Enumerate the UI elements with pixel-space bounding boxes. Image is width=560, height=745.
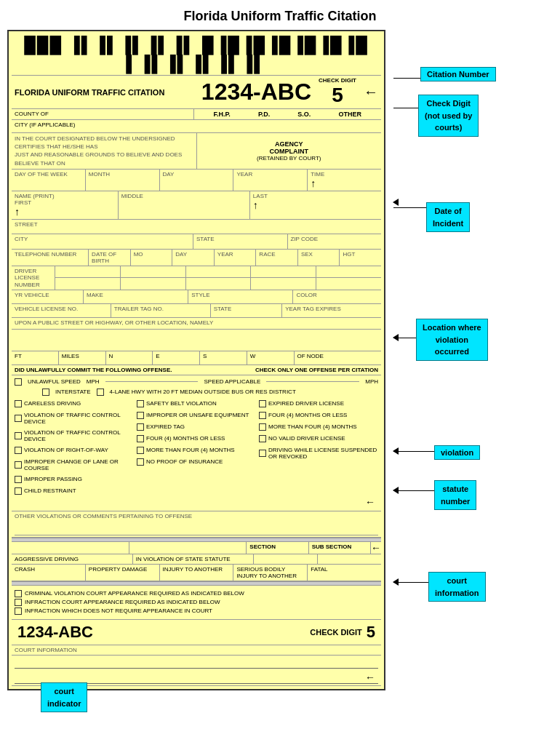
bottom-check-value: 5 [367, 623, 375, 642]
license-sub-row-1 [55, 266, 381, 278]
criminal-violation-checkbox[interactable] [15, 590, 22, 597]
careless-driving-checkbox[interactable] [15, 400, 22, 407]
no-valid-license-checkbox[interactable] [259, 435, 266, 442]
violation-traffic-1-checkbox[interactable] [15, 415, 22, 422]
agency-label: AGENCY [275, 140, 303, 148]
more-four-license-label: MORE THAN FOUR (4) MONTHS [268, 423, 357, 430]
in-violation-cell: IN VIOLATION OF STATE STATUTE [133, 554, 255, 564]
miles-cell: MILES [59, 351, 106, 364]
unsafe-equipment-checkbox[interactable] [137, 412, 144, 419]
ft-miles-row: FT MILES N E S W OF NODE [12, 351, 381, 365]
month-cell: MONTH [86, 170, 160, 191]
time-cell: TIME ↑ [308, 170, 381, 191]
callout-line-date [393, 207, 426, 208]
callout-court-indicator: courtindicator [41, 682, 87, 712]
violations-col-2: SAFETY BELT VIOLATION IMPROPER OR UNSAFE… [137, 399, 256, 496]
infraction-appearance-label: INFRACTION COURT APPEARANCE REQUIRED AS … [25, 599, 220, 605]
interstate-row: INTERSTATE 4-LANE HWY WITH 20 FT MEDIAN … [15, 389, 378, 396]
barcode: ███ ▐▌▐▌▐▌▐▌▐▌ █▐█▐█▐█▐█▐█▐█ ▌▐▌▐▌▐▌▐▌▐▌ [12, 34, 381, 76]
callout-location: Location whereviolationoccurred [416, 319, 488, 361]
violation-traffic-1-item: VIOLATION OF TRAFFIC CONTROL DEVICE [15, 412, 134, 425]
mph-label: MPH [87, 378, 100, 385]
callout-check-digit: Check Digit(not used bycourts) [418, 95, 479, 137]
speed-checkbox[interactable] [15, 378, 22, 386]
callout-line-citation [393, 78, 420, 79]
safety-belt-checkbox[interactable] [137, 400, 144, 407]
callout-court-info: courtinformation [428, 572, 486, 602]
violation-traffic-2-label: VIOLATION OF TRAFFIC CONTROL DEVICE [24, 429, 134, 442]
expired-license-checkbox[interactable] [259, 400, 266, 407]
suspended-license-item: DRIVING WHILE LICENSE SUSPENDED OR REVOK… [259, 447, 378, 460]
no-proof-insurance-checkbox[interactable] [137, 458, 144, 466]
right-of-way-checkbox[interactable] [15, 447, 22, 454]
four-lane-label: 4-LANE HWY WITH 20 FT MEDIAN OUTSIDE BUS… [110, 389, 296, 395]
four-months-or-less-item: FOUR (4) MONTHS OR LESS [137, 435, 256, 442]
fhp-label: F.H.P. [214, 111, 231, 118]
state2-cell: STATE [211, 304, 282, 317]
header-row: FLORIDA UNIFORM TRAFFIC CITATION 1234-AB… [12, 76, 381, 108]
four-months-license-checkbox[interactable] [259, 412, 266, 419]
pd-label: P.D. [258, 111, 270, 118]
infraction-appearance-checkbox[interactable] [15, 599, 22, 606]
citation-bottom: 1234-ABC CHECK DIGIT 5 [12, 620, 381, 645]
right-of-way-label: VIOLATION OF RIGHT-OF-WAY [24, 447, 108, 453]
city-state-zip-row: CITY STATE ZIP CODE [12, 234, 381, 250]
suspended-license-checkbox[interactable] [259, 450, 266, 457]
section-cell [254, 554, 318, 564]
expired-license-item: EXPIRED DRIVER LICENSE [259, 400, 378, 407]
violation-traffic-2-checkbox[interactable] [15, 432, 22, 439]
year-tag-cell: YEAR TAG EXPIRES [282, 304, 381, 317]
callout-line-statute [393, 490, 434, 491]
right-of-way-item: VIOLATION OF RIGHT-OF-WAY [15, 447, 134, 454]
callout-arrow-court-info [393, 578, 399, 586]
improper-passing-checkbox[interactable] [15, 476, 22, 483]
race-cell: RACE [256, 250, 298, 266]
four-months-or-less-checkbox[interactable] [137, 435, 144, 442]
citation-num-area: 1234-ABC CHECK DIGIT 5 ← [201, 77, 378, 107]
agency-left-area: IN THE COURT DESIGNATED BELOW THE UNDERS… [12, 133, 196, 169]
agency-type-row: F.H.P. P.D. S.O. OTHER [194, 109, 382, 119]
phone-dob-row: TELEPHONE NUMBER DATE OF BIRTH MO DAY YE… [12, 250, 381, 266]
interstate-checkbox[interactable] [42, 389, 49, 396]
more-than-four-item: MORE THAN FOUR (4) MONTHS [137, 447, 256, 454]
mph2-label: MPH [365, 378, 378, 385]
violations-columns: CARELESS DRIVING VIOLATION OF TRAFFIC CO… [15, 399, 378, 496]
location-area: ← [12, 330, 381, 351]
statute-header: SECTION SUB SECTION ← [12, 542, 381, 554]
child-restraint-checkbox[interactable] [15, 487, 22, 495]
violation-traffic-1-label: VIOLATION OF TRAFFIC CONTROL DEVICE [24, 412, 134, 425]
statute-arrow: ← [371, 542, 381, 554]
court-info-area: ← [12, 656, 381, 686]
speed-applicable-label: SPEED APPLICABLE [204, 378, 260, 385]
safety-belt-item: SAFETY BELT VIOLATION [137, 400, 256, 407]
callout-citation-number: Citation Number [420, 67, 496, 81]
more-than-four-checkbox[interactable] [137, 447, 144, 454]
statute-row: AGGRESSIVE DRIVING IN VIOLATION OF STATE… [12, 554, 381, 565]
safety-belt-label: SAFETY BELT VIOLATION [146, 400, 217, 407]
name-last-cell: LAST ↑ [250, 191, 381, 219]
check-digit-value: 5 [332, 84, 343, 107]
so-label: S.O. [297, 111, 311, 118]
more-four-license-checkbox[interactable] [259, 423, 266, 431]
vehicle-row: YR VEHICLE MAKE STYLE COLOR [12, 290, 381, 304]
expired-tag-label: EXPIRED TAG [146, 423, 185, 430]
bottom-citation-num: 1234-ABC [17, 623, 93, 641]
license-sub-row-2 [55, 278, 381, 290]
lane-change-item: IMPROPER CHANGE OF LANE OR COURSE [15, 458, 134, 471]
name-print-cell: NAME (PRINT) FIRST ↑ [12, 191, 119, 219]
infraction-appearance-row: INFRACTION COURT APPEARANCE REQUIRED AS … [15, 599, 378, 606]
lane-change-checkbox[interactable] [15, 461, 22, 469]
aggressive-header-cell [12, 542, 129, 554]
crash-row: CRASH PROPERTY DAMAGE INJURY TO ANOTHER … [12, 565, 381, 581]
no-appearance-checkbox[interactable] [15, 607, 22, 615]
four-lane-checkbox[interactable] [97, 389, 104, 396]
no-valid-license-label: NO VALID DRIVER LICENSE [268, 435, 345, 442]
serious-injury-cell: SERIOUS BODILY INJURY TO ANOTHER [233, 565, 308, 581]
e-cell: E [153, 351, 200, 364]
violations-col-1: CARELESS DRIVING VIOLATION OF TRAFFIC CO… [15, 399, 134, 496]
court-checkboxes: CRIMINAL VIOLATION COURT APPEARANCE REQU… [12, 586, 381, 620]
no-valid-license-item: NO VALID DRIVER LICENSE [259, 435, 378, 442]
expired-tag-checkbox[interactable] [137, 423, 144, 431]
sex-cell: SEX [298, 250, 340, 266]
criminal-violation-row: CRIMINAL VIOLATION COURT APPEARANCE REQU… [15, 590, 378, 597]
